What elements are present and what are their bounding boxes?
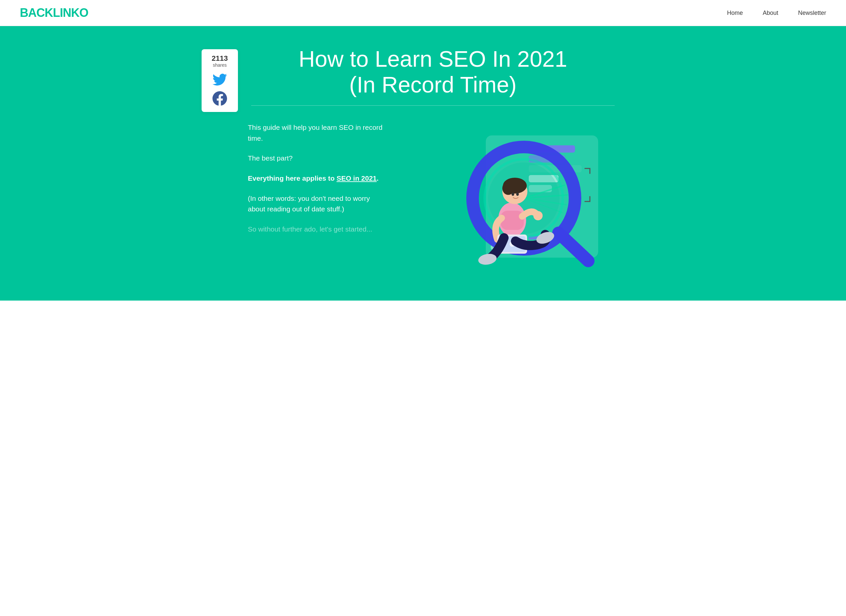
hero-title-area: How to Learn SEO In 2021 (In Record Time… [208,46,638,106]
site-header: BACKLINKO Home About Newsletter [0,0,846,26]
hero-para-2: The best part? [248,153,387,164]
nav-home[interactable]: Home [727,10,743,16]
share-label: shares [207,62,232,68]
svg-point-23 [511,192,514,196]
hero-para-4: (In other words: you don't need to worry… [248,193,387,215]
share-count: 2113 [207,54,232,62]
svg-point-25 [533,211,543,220]
share-widget: 2113 shares [201,49,238,112]
hero-title-line1: How to Learn SEO In 2021 [299,46,567,71]
twitter-share-button[interactable] [213,72,227,88]
hero-para-5: So without further ado, let's get starte… [248,224,387,235]
hero-title: How to Learn SEO In 2021 (In Record Time… [248,46,618,97]
twitter-icon [213,72,227,87]
seo-2021-link[interactable]: SEO in 2021 [336,175,376,182]
nav-newsletter[interactable]: Newsletter [798,10,826,16]
nav-about[interactable]: About [763,10,778,16]
hero-text: This guide will help you learn SEO in re… [248,122,387,244]
hero-para-3-suffix: . [377,175,379,182]
facebook-icon [213,91,227,106]
facebook-share-button[interactable] [213,91,227,107]
seo-illustration [426,122,611,281]
main-nav: Home About Newsletter [727,10,826,16]
site-logo[interactable]: BACKLINKO [20,6,88,20]
hero-title-line2: (In Record Time) [349,72,517,97]
hero-illustration [400,122,638,281]
hero-para-3-prefix: Everything here applies to [248,175,336,182]
logo-text: BACKLINKO [20,6,88,19]
hero-para-1: This guide will help you learn SEO in re… [248,122,387,144]
hero-section: 2113 shares How to Learn SEO In 2021 (In… [0,26,846,301]
svg-point-24 [516,192,519,196]
hero-content: This guide will help you learn SEO in re… [208,122,638,281]
hero-para-3: Everything here applies to SEO in 2021. [248,173,387,184]
